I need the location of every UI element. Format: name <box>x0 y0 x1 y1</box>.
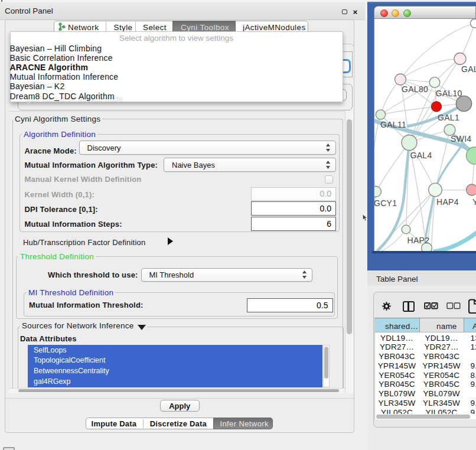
svg-text:GAL1: GAL1 <box>438 113 459 122</box>
svg-text:YE: YE <box>472 197 476 206</box>
svg-text:GAL10: GAL10 <box>436 89 462 98</box>
svg-text:HAP2: HAP2 <box>407 235 430 244</box>
svg-text:HAP4: HAP4 <box>436 197 459 206</box>
svg-text:GAL4: GAL4 <box>410 151 432 160</box>
svg-text:SWI4: SWI4 <box>451 134 471 144</box>
svg-text:GAL2: GAL2 <box>461 64 476 74</box>
svg-text:GAL80: GAL80 <box>402 84 428 94</box>
svg-text:GAL11: GAL11 <box>380 120 406 129</box>
svg-text:GCY1: GCY1 <box>374 198 397 208</box>
